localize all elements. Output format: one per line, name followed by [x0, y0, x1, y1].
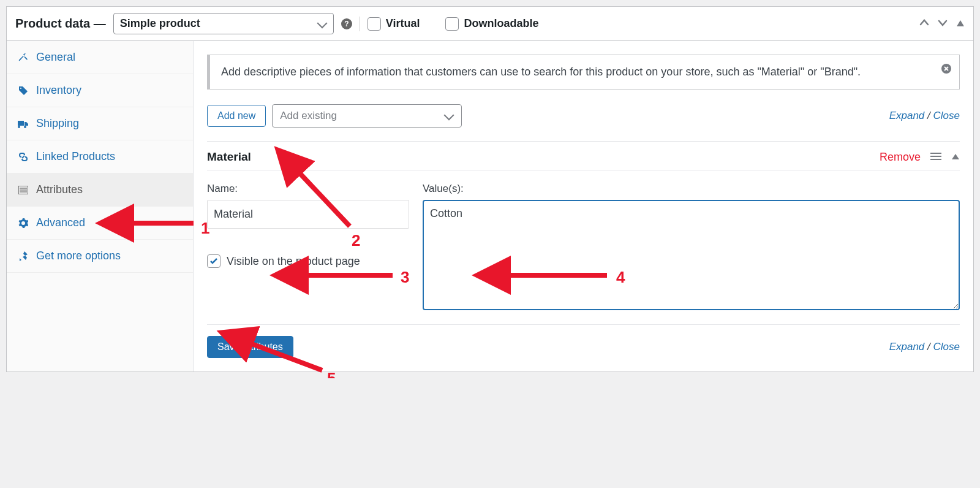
divider	[360, 17, 360, 31]
product-type-select[interactable]: Simple product	[113, 13, 334, 34]
sidebar-item-general[interactable]: General	[7, 41, 193, 74]
sidebar-item-advanced[interactable]: Advanced	[7, 207, 193, 240]
attribute-values-input[interactable]	[423, 200, 960, 310]
chevron-down-icon	[444, 113, 454, 119]
downloadable-checkbox[interactable]	[445, 17, 459, 31]
sidebar-item-inventory[interactable]: Inventory	[7, 74, 193, 107]
info-notice: Add descriptive pieces of information th…	[207, 55, 960, 90]
sidebar-label: Inventory	[36, 84, 81, 97]
main-content: Add descriptive pieces of information th…	[194, 41, 973, 372]
panel-title: Product data —	[15, 17, 106, 31]
attribute-controls: Remove	[880, 151, 960, 164]
sidebar-label: General	[36, 51, 75, 64]
annotation-1: 1	[201, 219, 209, 238]
collapse-panel-icon[interactable]	[956, 17, 965, 31]
attribute-body: Name: Visible on the product page Value(…	[207, 170, 960, 324]
move-down-icon[interactable]	[938, 17, 948, 31]
tag-icon	[18, 85, 29, 96]
close-link[interactable]: Close	[933, 110, 960, 121]
attribute-toolbar: Add new Add existing Expand / Close	[207, 104, 960, 128]
annotation-5: 5	[327, 369, 336, 378]
product-type-value: Simple product	[120, 17, 200, 30]
annotation-3: 3	[401, 268, 409, 287]
attribute-header[interactable]: Material Remove	[207, 142, 960, 170]
close-icon[interactable]	[941, 63, 952, 79]
annotation-4: 4	[616, 268, 625, 287]
expand-link[interactable]: Expand	[889, 341, 925, 353]
gear-icon	[18, 218, 29, 229]
plug-icon	[18, 251, 29, 262]
downloadable-label: Downloadable	[464, 17, 538, 30]
remove-link[interactable]: Remove	[880, 151, 921, 164]
panel-header: Product data — Simple product ? Virtual …	[7, 7, 973, 41]
virtual-label: Virtual	[386, 17, 420, 30]
visible-checkbox-row[interactable]: Visible on the product page	[207, 254, 409, 268]
save-row: Save attributes Expand / Close	[207, 324, 960, 358]
panel-body: General Inventory Shipping Linked Produc…	[7, 41, 973, 372]
values-label: Value(s):	[423, 183, 960, 195]
product-data-panel: Product data — Simple product ? Virtual …	[6, 6, 974, 372]
add-existing-placeholder: Add existing	[280, 110, 337, 122]
sidebar: General Inventory Shipping Linked Produc…	[7, 41, 194, 372]
virtual-checkbox[interactable]	[368, 17, 381, 31]
truck-icon	[18, 118, 29, 129]
visible-label: Visible on the product page	[227, 255, 360, 268]
expand-close-links: Expand / Close	[889, 110, 960, 122]
sidebar-label: Attributes	[36, 183, 83, 196]
move-up-icon[interactable]	[919, 17, 929, 31]
sidebar-item-attributes[interactable]: Attributes	[7, 173, 193, 207]
add-new-button[interactable]: Add new	[207, 105, 266, 127]
list-icon	[18, 185, 29, 196]
header-controls	[919, 17, 965, 31]
link-icon	[18, 151, 29, 162]
notice-text: Add descriptive pieces of information th…	[221, 66, 861, 78]
add-existing-select[interactable]: Add existing	[272, 104, 462, 128]
close-link[interactable]: Close	[933, 341, 960, 353]
sidebar-label: Get more options	[36, 250, 121, 262]
expand-close-links-bottom: Expand / Close	[889, 341, 960, 353]
expand-link[interactable]: Expand	[889, 110, 925, 121]
visible-checkbox[interactable]	[207, 254, 221, 268]
sidebar-label: Shipping	[36, 117, 79, 130]
name-label: Name:	[207, 183, 409, 195]
sidebar-item-shipping[interactable]: Shipping	[7, 107, 193, 140]
sidebar-label: Advanced	[36, 216, 85, 229]
save-attributes-button[interactable]: Save attributes	[207, 336, 293, 358]
attribute-section: Material Remove Name:	[207, 141, 960, 358]
collapse-icon[interactable]	[951, 152, 960, 162]
virtual-checkbox-label[interactable]: Virtual	[368, 17, 420, 31]
annotation-2: 2	[352, 231, 360, 250]
sidebar-item-linked[interactable]: Linked Products	[7, 140, 193, 173]
attribute-values-column: Value(s):	[423, 183, 960, 312]
drag-handle-icon[interactable]	[930, 151, 941, 164]
wrench-icon	[18, 52, 29, 63]
attribute-title: Material	[207, 150, 251, 164]
attribute-name-input[interactable]	[207, 200, 409, 229]
downloadable-checkbox-label[interactable]: Downloadable	[445, 17, 538, 31]
sidebar-item-more[interactable]: Get more options	[7, 240, 193, 273]
sidebar-label: Linked Products	[36, 150, 115, 163]
attribute-name-column: Name: Visible on the product page	[207, 183, 409, 268]
help-icon[interactable]: ?	[341, 18, 352, 29]
chevron-down-icon	[317, 21, 327, 27]
